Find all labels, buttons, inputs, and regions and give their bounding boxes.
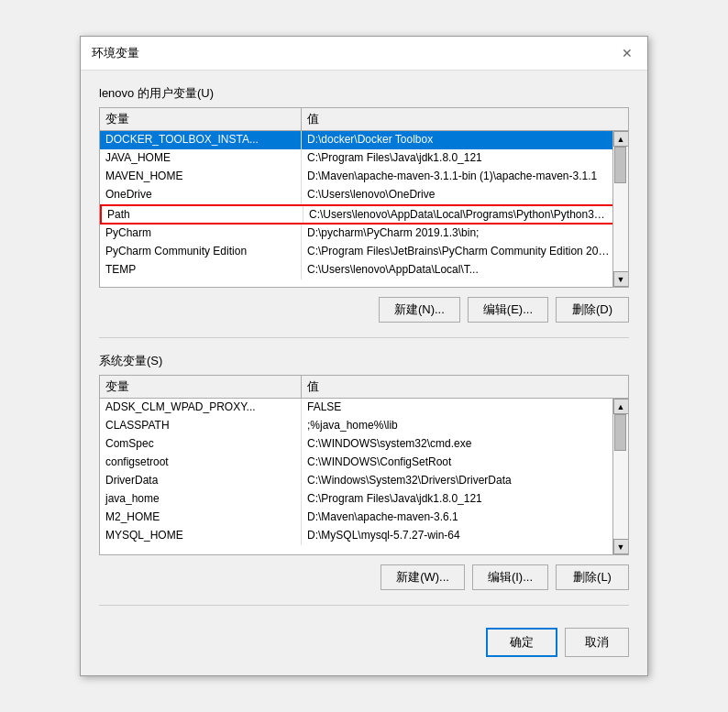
table-row[interactable]: PathC:\Users\lenovo\AppData\Local\Progra… — [100, 204, 628, 225]
user-header-var: 变量 — [100, 108, 302, 130]
user-table-header: 变量 值 — [100, 108, 628, 131]
val-cell: C:\Program Files\Java\jdk1.8.0_121 — [302, 149, 628, 168]
user-scroll-thumb[interactable] — [614, 147, 626, 183]
val-cell: D:\MySQL\mysql-5.7.27-win-64 — [302, 527, 628, 545]
table-row[interactable]: CLASSPATH;%java_home%\lib — [100, 417, 628, 435]
footer-divider — [99, 605, 629, 606]
system-table-body: ADSK_CLM_WPAD_PROXY...FALSECLASSPATH;%ja… — [100, 399, 628, 554]
user-variables-table: 变量 值 DOCKER_TOOLBOX_INSTA...D:\docker\Do… — [99, 107, 629, 288]
var-cell: DriverData — [100, 472, 302, 490]
table-row[interactable]: DOCKER_TOOLBOX_INSTA...D:\docker\Docker … — [100, 131, 628, 149]
val-cell: D:\Maven\apache-maven-3.1.1-bin (1)\apac… — [302, 168, 628, 186]
system-header-var: 变量 — [100, 376, 302, 398]
system-scroll-up[interactable]: ▲ — [613, 399, 629, 414]
val-cell: D:\pycharm\PyCharm 2019.1.3\bin; — [302, 225, 628, 243]
val-cell: C:\Windows\System32\Drivers\DriverData — [302, 472, 628, 490]
environment-variables-dialog: 环境变量 ✕ lenovo 的用户变量(U) 变量 值 DOCKER_TOOLB… — [80, 36, 648, 676]
system-scroll-thumb[interactable] — [614, 414, 626, 451]
var-cell: TEMP — [100, 261, 302, 279]
var-cell: ADSK_CLM_WPAD_PROXY... — [100, 399, 302, 417]
cancel-button[interactable]: 取消 — [565, 628, 629, 657]
table-row[interactable]: MYSQL_HOMED:\MySQL\mysql-5.7.27-win-64 — [100, 527, 628, 545]
var-cell: JAVA_HOME — [100, 149, 302, 168]
system-delete-button[interactable]: 删除(L) — [556, 564, 629, 590]
var-cell: MAVEN_HOME — [100, 168, 302, 186]
user-header-val: 值 — [302, 108, 612, 130]
val-cell: C:\Program Files\JetBrains\PyCharm Commu… — [302, 243, 628, 261]
val-cell: C:\WINDOWS\ConfigSetRoot — [302, 454, 628, 472]
system-scrollbar[interactable]: ▲ ▼ — [612, 399, 628, 554]
val-cell: C:\Users\lenovo\AppData\Local\T... — [302, 261, 628, 279]
val-cell: C:\Program Files\Java\jdk1.8.0_121 — [302, 490, 628, 509]
user-scroll-track[interactable] — [613, 147, 628, 271]
val-cell: D:\Maven\apache-maven-3.6.1 — [302, 509, 628, 527]
system-table-header: 变量 值 — [100, 376, 628, 399]
user-edit-button[interactable]: 编辑(E)... — [468, 297, 548, 323]
user-table-body: DOCKER_TOOLBOX_INSTA...D:\docker\Docker … — [100, 131, 628, 287]
table-row[interactable]: ComSpecC:\WINDOWS\system32\cmd.exe — [100, 435, 628, 454]
table-row[interactable]: ADSK_CLM_WPAD_PROXY...FALSE — [100, 399, 628, 417]
system-section-label: 系统变量(S) — [99, 353, 629, 369]
var-cell: java_home — [100, 490, 302, 509]
title-bar: 环境变量 ✕ — [81, 37, 647, 71]
var-cell: DOCKER_TOOLBOX_INSTA... — [100, 131, 302, 149]
table-row[interactable]: JAVA_HOMEC:\Program Files\Java\jdk1.8.0_… — [100, 149, 628, 168]
table-row[interactable]: M2_HOMED:\Maven\apache-maven-3.6.1 — [100, 509, 628, 527]
user-delete-button[interactable]: 删除(D) — [556, 297, 629, 323]
var-cell: PyCharm Community Edition — [100, 243, 302, 261]
val-cell: C:\WINDOWS\system32\cmd.exe — [302, 435, 628, 454]
table-row[interactable]: OneDriveC:\Users\lenovo\OneDrive — [100, 186, 628, 204]
table-row[interactable]: java_homeC:\Program Files\Java\jdk1.8.0_… — [100, 490, 628, 509]
var-cell: MYSQL_HOME — [100, 527, 302, 545]
table-row[interactable]: configsetrootC:\WINDOWS\ConfigSetRoot — [100, 454, 628, 472]
val-cell: D:\docker\Docker Toolbox — [302, 131, 628, 149]
table-row[interactable]: PyCharmD:\pycharm\PyCharm 2019.1.3\bin; — [100, 225, 628, 243]
val-cell: FALSE — [302, 399, 628, 417]
var-cell: M2_HOME — [100, 509, 302, 527]
dialog-title: 环境变量 — [92, 45, 139, 61]
footer-buttons: 确定 取消 — [99, 620, 629, 661]
close-button[interactable]: ✕ — [618, 44, 636, 62]
system-new-button[interactable]: 新建(W)... — [381, 564, 465, 590]
system-edit-button[interactable]: 编辑(I)... — [472, 564, 548, 590]
user-section-label: lenovo 的用户变量(U) — [99, 85, 629, 102]
table-row[interactable]: TEMPC:\Users\lenovo\AppData\Local\T... — [100, 261, 628, 279]
var-cell: PyCharm — [100, 225, 302, 243]
var-cell: configsetroot — [100, 454, 302, 472]
var-cell: OneDrive — [100, 186, 302, 204]
table-row[interactable]: DriverDataC:\Windows\System32\Drivers\Dr… — [100, 472, 628, 490]
system-variables-table: 变量 值 ADSK_CLM_WPAD_PROXY...FALSECLASSPAT… — [99, 375, 629, 555]
section-divider — [99, 337, 629, 338]
table-row[interactable]: MAVEN_HOMED:\Maven\apache-maven-3.1.1-bi… — [100, 168, 628, 186]
system-scroll-down[interactable]: ▼ — [613, 539, 629, 554]
val-cell: C:\Users\lenovo\AppData\Local\Programs\P… — [303, 206, 626, 223]
table-row[interactable]: PyCharm Community EditionC:\Program File… — [100, 243, 628, 261]
system-scroll-track[interactable] — [613, 414, 628, 539]
user-button-row: 新建(N)... 编辑(E)... 删除(D) — [99, 297, 629, 323]
system-header-val: 值 — [302, 376, 612, 398]
user-scrollbar[interactable]: ▲ ▼ — [612, 131, 628, 287]
ok-button[interactable]: 确定 — [486, 628, 557, 657]
user-new-button[interactable]: 新建(N)... — [379, 297, 460, 323]
user-scroll-down[interactable]: ▼ — [613, 271, 629, 287]
val-cell: ;%java_home%\lib — [302, 417, 628, 435]
var-cell: ComSpec — [100, 435, 302, 454]
val-cell: C:\Users\lenovo\OneDrive — [302, 186, 628, 204]
var-cell: CLASSPATH — [100, 417, 302, 435]
system-button-row: 新建(W)... 编辑(I)... 删除(L) — [99, 564, 629, 590]
var-cell: Path — [102, 206, 303, 223]
user-scroll-up[interactable]: ▲ — [613, 131, 629, 147]
